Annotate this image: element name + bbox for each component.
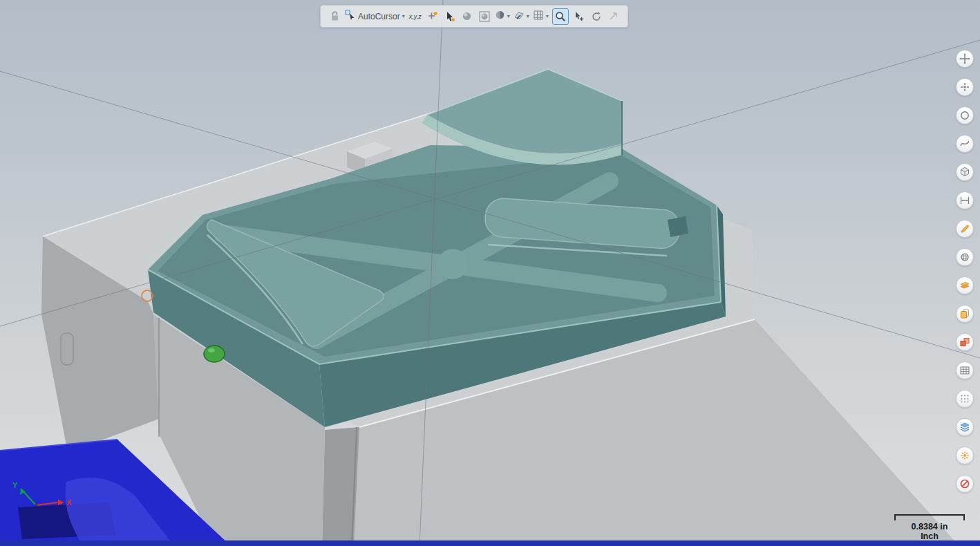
chevron-down-icon: ▾ <box>546 14 549 19</box>
scale-indicator: 0.8384 in Inch <box>894 514 965 542</box>
circle-icon <box>959 110 970 121</box>
view-orientation-button[interactable] <box>956 163 974 181</box>
sphere-icon <box>462 11 472 21</box>
scale-ruler <box>894 514 965 520</box>
planes-icon <box>959 280 970 291</box>
scale-value: 0.8384 in <box>894 522 965 531</box>
prohibition-icon <box>959 478 970 489</box>
fit-view-icon <box>959 53 970 64</box>
dot-grid-icon <box>959 393 970 404</box>
part-slot-notch <box>668 216 688 237</box>
axis-origin <box>35 504 37 507</box>
grid-settings-button[interactable] <box>956 361 974 379</box>
part-center-boss <box>437 249 468 279</box>
selection-lock-button[interactable] <box>328 8 341 25</box>
autocursor-icon <box>345 10 356 23</box>
layers-icon <box>959 422 970 433</box>
sphere-mesh-icon <box>959 252 970 263</box>
levels-button[interactable] <box>956 418 974 436</box>
view-toolbar <box>956 50 974 493</box>
grid-snap-dropdown[interactable]: ▾ <box>533 10 549 23</box>
options-button[interactable] <box>956 446 974 464</box>
measure-icon <box>959 195 970 206</box>
pointer-icon <box>444 11 455 22</box>
fit-view-button[interactable] <box>956 50 974 68</box>
chevron-down-icon: ▾ <box>402 14 405 19</box>
refresh-icon <box>591 11 602 22</box>
viewport-3d[interactable]: Y X <box>0 0 980 546</box>
shaded-select-dropdown[interactable]: ▾ <box>495 10 510 23</box>
half-sphere-icon <box>495 10 505 23</box>
regenerate-button[interactable] <box>590 8 603 25</box>
box-select-button[interactable] <box>478 8 491 25</box>
gear-icon <box>959 450 970 461</box>
cursor-settings-icon <box>427 11 437 21</box>
y-axis-label: Y <box>12 481 18 489</box>
chevron-down-icon: ▾ <box>507 14 510 19</box>
transform-icon <box>959 337 970 348</box>
chevron-down-icon: ▾ <box>527 14 529 19</box>
autocursor-label: AutoCursor <box>358 12 400 21</box>
xyz-icon: x,y,z <box>409 13 422 20</box>
clamp-knob[interactable] <box>204 346 225 362</box>
annotate-button[interactable] <box>956 220 974 238</box>
zoom-window-toggle[interactable] <box>552 8 569 25</box>
select-add-button[interactable] <box>572 8 586 25</box>
circle-tool-button[interactable] <box>956 106 974 124</box>
clamp-knob-highlight <box>208 348 215 352</box>
sphere-in-box-icon <box>479 11 490 22</box>
grid-icon <box>533 10 544 23</box>
disable-selection-button[interactable] <box>956 475 974 493</box>
point-grid-button[interactable] <box>956 390 974 408</box>
plane-select-icon <box>513 10 525 23</box>
transform-entities-button[interactable] <box>956 333 974 351</box>
escape-button[interactable] <box>607 8 621 25</box>
application-window: Y X AutoCursor ▾ <box>0 0 980 546</box>
spline-tool-button[interactable] <box>956 135 974 153</box>
cursor-settings-button[interactable] <box>426 8 440 25</box>
surface-tool-button[interactable] <box>956 248 974 266</box>
point-position-button[interactable] <box>956 78 974 96</box>
diagonal-arrow-icon <box>608 11 619 21</box>
grid-table-icon <box>959 365 970 376</box>
planes-button[interactable] <box>956 276 974 294</box>
point-position-icon <box>959 82 970 93</box>
pencil-icon <box>959 223 970 234</box>
spline-icon <box>959 138 970 149</box>
plane-select-dropdown[interactable]: ▾ <box>513 10 529 23</box>
cursor-plus-icon <box>574 11 585 22</box>
copy-icon <box>959 308 970 319</box>
copy-entities-button[interactable] <box>956 305 974 323</box>
sphere-select-button[interactable] <box>460 8 474 25</box>
view-cube-icon <box>959 167 970 178</box>
measure-distance-button[interactable] <box>956 191 974 209</box>
pointer-select-button[interactable] <box>443 8 457 25</box>
lock-icon <box>330 11 339 21</box>
gnomon-xyz-button[interactable]: x,y,z <box>408 8 422 25</box>
autocursor-dropdown[interactable]: AutoCursor ▾ <box>345 10 405 23</box>
autocursor-toolbar: AutoCursor ▾ x,y,z <box>320 5 628 28</box>
x-axis-label: X <box>66 498 72 507</box>
magnifier-icon <box>555 11 566 22</box>
status-strip <box>0 540 980 546</box>
